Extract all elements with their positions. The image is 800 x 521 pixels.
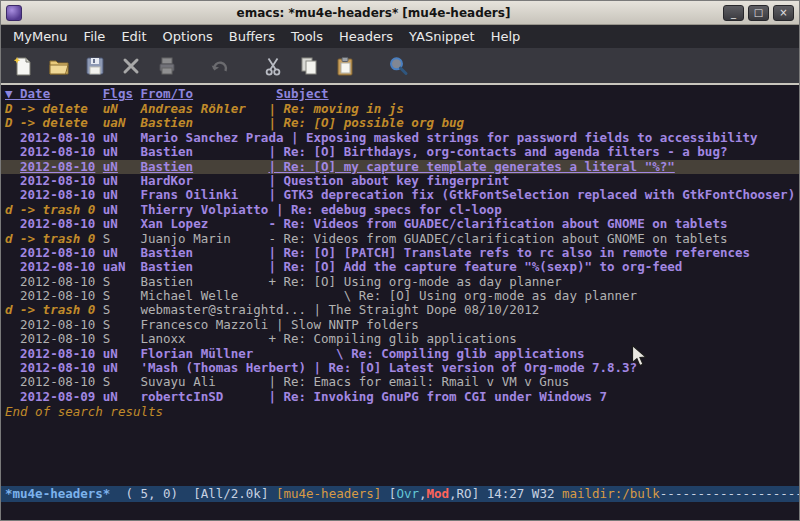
message-date: 2012-08-10 [20, 347, 103, 361]
close-x-icon [120, 55, 142, 77]
toolbar-copy-button[interactable] [295, 52, 322, 79]
modeline-segment: ( 5, 0) [110, 486, 193, 501]
menu-options[interactable]: Options [155, 27, 221, 46]
message-row[interactable]: 2012-08-10uNFlorian Müllner \ Re: Compil… [1, 347, 799, 361]
message-subject: | Re: edebug specs for cl-loop [276, 203, 502, 217]
save-icon [84, 55, 106, 77]
message-flags: S [103, 232, 141, 246]
column-header-subject[interactable]: Subject [276, 85, 329, 102]
toolbar-save-button[interactable] [81, 52, 108, 79]
toolbar-open-file-button[interactable] [45, 52, 72, 79]
message-subject: | Re: Emacs for email: Rmail v VM v Gnus [268, 375, 569, 389]
column-header-from[interactable]: From/To [140, 85, 275, 102]
message-subject: | Re: [O] Latest version of Org-mode 7.8… [314, 361, 638, 375]
toolbar-kill-buffer-button[interactable] [117, 52, 144, 79]
toolbar-new-file-button[interactable] [9, 52, 36, 79]
message-from: Xan Lopez [140, 217, 268, 231]
message-mark: d [5, 203, 20, 217]
message-row[interactable]: 2012-08-10uaNBastien| Re: [O] Add the ca… [1, 260, 799, 274]
message-flags: S [103, 332, 141, 346]
message-row[interactable]: D-> deleteuNAndreas Röhler| Re: moving i… [1, 102, 799, 116]
message-flags: uN [103, 131, 141, 145]
message-from: Florian Müllner [140, 347, 268, 361]
copy-icon [298, 55, 320, 77]
message-date: -> delete [20, 102, 103, 116]
message-row[interactable]: 2012-08-10uNMario Sanchez Prada| Exposin… [1, 131, 799, 145]
titlebar: emacs: *mu4e-headers* [mu4e-headers] _ □… [1, 1, 799, 25]
modeline-segment: Mod [426, 486, 449, 501]
menu-help[interactable]: Help [483, 27, 529, 46]
message-from: Michael Welle [140, 289, 268, 303]
message-flags: uN [103, 347, 141, 361]
message-row[interactable]: 2012-08-10uN'Mash (Thomas Herbert)| Re: … [1, 361, 799, 375]
buffer: ▼ DateFlgsFrom/ToSubject D-> deleteuNAnd… [1, 85, 799, 488]
menu-tools[interactable]: Tools [283, 27, 331, 46]
message-row[interactable]: 2012-08-10SLanoxx+ Re: Compiling glib ap… [1, 332, 799, 346]
message-row[interactable]: 2012-08-10uNBastien| Re: [O] my capture … [1, 160, 799, 174]
message-row[interactable]: d-> trash 0uNThierry Volpiatto| Re: edeb… [1, 203, 799, 217]
column-header-flags[interactable]: Flgs [103, 85, 141, 102]
message-from: HardKor [140, 174, 268, 188]
new-file-icon [12, 55, 34, 77]
message-date: 2012-08-10 [20, 318, 103, 332]
message-flags: S [103, 289, 141, 303]
message-mark: d [5, 232, 20, 246]
message-row[interactable]: 2012-08-10uNXan Lopez- Re: Videos from G… [1, 217, 799, 231]
message-subject: | Re: [O] [PATCH] Translate refs to rc a… [268, 246, 750, 260]
menu-yasnippet[interactable]: YASnippet [401, 27, 483, 46]
message-date: 2012-08-10 [20, 361, 103, 375]
message-flags: uN [103, 203, 141, 217]
modeline: *mu4e-headers* ( 5, 0) [All/2.0k] [mu4e-… [1, 486, 799, 502]
message-row[interactable]: 2012-08-10SBastien+ Re: [O] Using org-mo… [1, 275, 799, 289]
message-row[interactable]: 2012-08-10uNBastien| Re: [O] [PATCH] Tra… [1, 246, 799, 260]
message-date: 2012-08-10 [20, 332, 103, 346]
maximize-button[interactable]: □ [748, 5, 769, 21]
column-header-date[interactable]: ▼ Date [5, 85, 103, 102]
message-flags: uN [103, 145, 141, 159]
message-subject: | GTK3 deprecation fix (GtkFontSelection… [268, 188, 795, 202]
message-mark: D [5, 116, 20, 130]
message-from: Bastien [140, 145, 268, 159]
message-subject: | Re: [O] Birthdays, org-contacts and ag… [268, 145, 727, 159]
emacs-icon[interactable] [6, 5, 22, 21]
toolbar-cut-button[interactable] [259, 52, 286, 79]
message-row[interactable]: 2012-08-10SMichael Welle \ Re: [O] Using… [1, 289, 799, 303]
print-icon [156, 55, 178, 77]
message-subject: \ Re: [O] Using org-mode as day planner [268, 289, 637, 303]
message-flags: uN [103, 246, 141, 260]
message-subject: | Re: Invoking GnuPG from CGI under Wind… [268, 390, 607, 404]
message-row[interactable]: 2012-08-09uNrobertcInSD| Re: Invoking Gn… [1, 390, 799, 404]
message-row[interactable]: D-> deleteuaNBastien| Re: [O] possible o… [1, 116, 799, 130]
message-row[interactable]: 2012-08-10uNBastien| Re: [O] Birthdays, … [1, 145, 799, 159]
message-date: 2012-08-10 [20, 188, 103, 202]
toolbar-undo-button[interactable] [206, 52, 233, 79]
message-row[interactable]: 2012-08-10uNFrans Oilinki| GTK3 deprecat… [1, 188, 799, 202]
menu-headers[interactable]: Headers [331, 27, 401, 46]
menu-file[interactable]: File [76, 27, 114, 46]
message-from: Francesco Mazzoli [140, 318, 275, 332]
toolbar-paste-button[interactable] [331, 52, 358, 79]
message-date: 2012-08-10 [20, 217, 103, 231]
message-from: Andreas Röhler [140, 102, 268, 116]
message-subject: | The Straight Dope 08/10/2012 [314, 303, 540, 317]
message-row[interactable]: d-> trash 0SJuanjo Marin- Re: Videos fro… [1, 232, 799, 246]
minimize-button[interactable]: _ [723, 5, 744, 21]
menu-buffers[interactable]: Buffers [221, 27, 283, 46]
message-row[interactable]: 2012-08-10SSuvayu Ali| Re: Emacs for ema… [1, 375, 799, 389]
close-button[interactable]: × [773, 5, 794, 21]
message-date: 2012-08-10 [20, 131, 103, 145]
message-from: Bastien [140, 260, 268, 274]
message-row[interactable]: d-> trash 0Swebmaster@straightd...| The … [1, 303, 799, 317]
message-row[interactable]: 2012-08-10uNHardKor| Question about key … [1, 174, 799, 188]
message-flags: S [103, 375, 141, 389]
message-row[interactable]: 2012-08-10SFrancesco Mazzoli| Slow NNTP … [1, 318, 799, 332]
message-subject: | Exposing masked strings for password f… [291, 131, 758, 145]
echo-area[interactable] [1, 502, 799, 520]
menu-edit[interactable]: Edit [113, 27, 154, 46]
toolbar-print-button[interactable] [153, 52, 180, 79]
search-icon [387, 55, 409, 77]
menu-mymenu[interactable]: MyMenu [5, 27, 76, 46]
message-subject: | Re: [O] my capture template generates … [268, 160, 674, 174]
toolbar-search-button[interactable] [384, 52, 411, 79]
modeline-segment [268, 486, 276, 501]
